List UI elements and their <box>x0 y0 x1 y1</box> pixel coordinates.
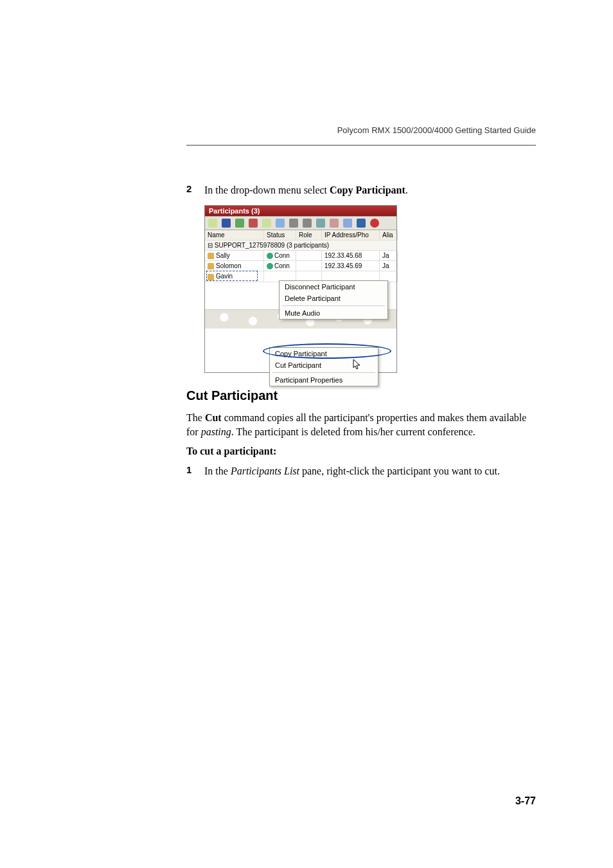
p1-pre: The <box>186 412 205 423</box>
col-alias: Alia <box>380 230 398 240</box>
s1-italic: Participants List <box>231 466 299 476</box>
body-paragraph: The Cut command copies all the participa… <box>186 411 536 440</box>
menu-separator <box>272 372 375 373</box>
row-name: Solomon <box>216 262 241 269</box>
row-role <box>296 261 322 271</box>
table-row: Solomon Conn 192.33.45.69 Ja <box>205 261 396 271</box>
menu-separator <box>282 305 385 306</box>
status-icon <box>267 263 273 269</box>
step-text-bold: Copy Participant <box>330 185 405 195</box>
row-alias: Ja <box>380 261 398 271</box>
row-name: Gavin <box>216 273 233 280</box>
record-icon <box>370 219 379 228</box>
connect-icon <box>235 219 244 228</box>
row-role <box>296 251 322 260</box>
participant-icon <box>208 263 214 269</box>
col-status: Status <box>264 230 296 240</box>
group-row: ⊟ SUPPORT_1275978809 (3 participants) <box>205 240 396 251</box>
col-ip: IP Address/Pho <box>322 230 380 240</box>
status-icon <box>267 253 273 259</box>
context-menu-lower: Copy Participant Cut Participant Partici… <box>269 347 378 386</box>
participant-icon <box>208 253 214 259</box>
column-headers: Name Status Role IP Address/Pho Alia <box>205 230 396 240</box>
layout-icon <box>357 219 366 228</box>
participant-icon <box>208 274 214 280</box>
s1-pre: In the <box>204 466 231 476</box>
speaker-on-icon <box>316 219 325 228</box>
row-ip: 192.33.45.68 <box>322 251 380 260</box>
running-header: Polycom RMX 1500/2000/4000 Getting Start… <box>337 125 536 135</box>
menu-mute[interactable]: Mute Audio <box>280 307 387 319</box>
menu-cut-participant[interactable]: Cut Participant <box>270 359 378 371</box>
col-role: Role <box>296 230 322 240</box>
add-participant-icon <box>208 219 217 228</box>
step-text: In the drop-down menu select Copy Partic… <box>204 183 408 197</box>
person2-icon <box>276 219 285 228</box>
row-ip: 192.33.45.69 <box>322 261 380 271</box>
camera-off-icon <box>303 219 312 228</box>
group-label: SUPPORT_1275978809 (3 participants) <box>215 242 329 249</box>
section-heading: Cut Participant <box>186 388 536 403</box>
person-icon <box>262 219 271 228</box>
menu-participant-properties[interactable]: Participant Properties <box>270 374 378 386</box>
context-menu-upper: Disconnect Participant Delete Participan… <box>279 280 388 320</box>
step-text-post: . <box>405 185 408 195</box>
row-name: Sally <box>216 252 230 259</box>
pane-title: Participants (3) <box>205 206 396 216</box>
col-name: Name <box>205 230 264 240</box>
camera-on-icon <box>289 219 298 228</box>
p1-bold: Cut <box>205 412 222 423</box>
disconnect-icon <box>249 219 258 228</box>
s1-post: pane, right-click the participant you wa… <box>299 466 500 476</box>
mic-icon <box>343 219 352 228</box>
step-number: 1 <box>186 464 204 475</box>
header-rule <box>186 145 536 146</box>
p1-post: . The participant is deleted from his/he… <box>231 426 475 437</box>
menu-delete[interactable]: Delete Participant <box>280 293 387 304</box>
p1-italic: pasting <box>201 426 231 437</box>
step-number: 2 <box>186 183 204 194</box>
procedure-lead-in: To cut a participant: <box>186 444 536 458</box>
row-alias: Ja <box>380 251 398 260</box>
speaker-off-icon <box>330 219 339 228</box>
page-number: 3-77 <box>515 795 536 807</box>
pane-toolbar <box>205 216 396 230</box>
step-1: 1 In the Participants List pane, right-c… <box>186 464 536 478</box>
menu-copy-participant[interactable]: Copy Participant <box>270 348 378 359</box>
participants-pane-screenshot: Participants (3) Name Status Role <box>204 205 397 373</box>
list-icon <box>222 219 231 228</box>
row-status: Conn <box>274 262 290 269</box>
step-text: In the Participants List pane, right-cli… <box>204 464 500 478</box>
step-2: 2 In the drop-down menu select Copy Part… <box>186 183 536 197</box>
row-status: Conn <box>274 252 290 259</box>
step-text-pre: In the drop-down menu select <box>204 185 330 195</box>
table-row: Sally Conn 192.33.45.68 Ja <box>205 251 396 261</box>
menu-disconnect[interactable]: Disconnect Participant <box>280 281 387 293</box>
